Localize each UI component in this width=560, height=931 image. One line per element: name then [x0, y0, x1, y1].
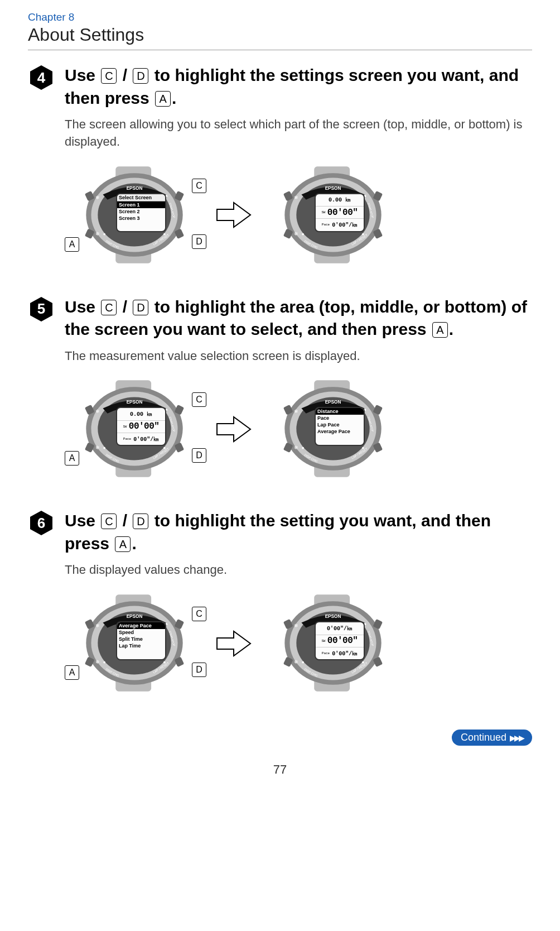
screen-list-item: Lap Pace	[316, 421, 364, 428]
keycap-key: A	[115, 536, 131, 552]
screen-row-mid: SW00'00"	[316, 207, 364, 219]
arrow-right-icon	[214, 414, 253, 444]
screen-row-bot: Pace0'00"/㎞	[117, 433, 165, 445]
step-title: Use C / D to highlight the setting you w…	[65, 510, 532, 555]
step-description: The screen allowing you to select which …	[65, 116, 532, 151]
screen-row-top: 0.00 ㎞	[117, 408, 165, 420]
button-label-A: A	[65, 665, 79, 680]
section-title: About Settings	[28, 25, 532, 45]
watch-screen: Average PaceSpeedSplit TimeLap Time	[116, 621, 166, 660]
screen-list-item: Screen 3	[117, 215, 165, 222]
instruction-step: 5Use C / D to highlight the area (top, m…	[28, 296, 532, 482]
watch-illustration: Select ScreenScreen 1Screen 2Screen 3ACD	[65, 162, 204, 268]
continued-row: Continued ▶▶▶	[28, 730, 532, 746]
step-number-badge: 5	[28, 296, 55, 323]
chevron-right-icon: ▶▶▶	[510, 733, 523, 742]
button-label-D: D	[192, 234, 206, 249]
arrow-right-icon	[214, 199, 253, 230]
button-label-A: A	[65, 451, 79, 466]
step-number-badge: 6	[28, 510, 55, 536]
button-label-C: C	[192, 392, 206, 407]
screen-row-top: 0.00 ㎞	[316, 194, 364, 207]
step-title: Use C / D to highlight the settings scre…	[65, 64, 532, 109]
screen-list-item: Split Time	[117, 636, 165, 642]
step-description: The measurement value selection screen i…	[65, 348, 532, 365]
screen-list-item: Distance	[316, 408, 364, 415]
screen-row-top: 0'00"/㎞	[316, 622, 364, 635]
figure-row: 0.00 ㎞SW00'00"Pace0'00"/㎞ACDDistancePace…	[65, 376, 532, 482]
keycap-key: C	[101, 68, 117, 84]
watch-screen: DistancePaceLap PaceAverage Pace	[315, 407, 365, 446]
screen-list-item: Average Pace	[316, 428, 364, 435]
watch-screen: 0.00 ㎞SW00'00"Pace0'00"/㎞	[315, 193, 365, 232]
keycap-key: A	[432, 322, 448, 338]
page-header: Chapter 8 About Settings	[28, 11, 532, 50]
watch-illustration: 0'00"/㎞SW00'00"Pace0'00"/㎞	[263, 590, 403, 696]
screen-list-item: Screen 2	[117, 208, 165, 215]
figure-row: Select ScreenScreen 1Screen 2Screen 3ACD…	[65, 162, 532, 268]
watch-screen: 0'00"/㎞SW00'00"Pace0'00"/㎞	[315, 621, 365, 660]
continued-label: Continued	[461, 732, 506, 743]
keycap-key: D	[133, 300, 148, 315]
screen-list-item: Pace	[316, 415, 364, 421]
button-label-D: D	[192, 663, 206, 677]
button-label-D: D	[192, 448, 206, 463]
watch-screen: 0.00 ㎞SW00'00"Pace0'00"/㎞	[116, 407, 166, 446]
screen-list-item: Lap Time	[117, 642, 165, 649]
watch-illustration: 0.00 ㎞SW00'00"Pace0'00"/㎞ACD	[65, 376, 204, 482]
watch-screen: Select ScreenScreen 1Screen 2Screen 3	[116, 193, 166, 232]
screen-list-item: Screen 1	[117, 201, 165, 208]
instruction-step: 4Use C / D to highlight the settings scr…	[28, 64, 532, 268]
watch-illustration: DistancePaceLap PaceAverage Pace	[263, 376, 403, 482]
keycap-key: C	[101, 300, 117, 315]
button-label-A: A	[65, 237, 79, 252]
keycap-key: D	[133, 68, 148, 84]
watch-illustration: Average PaceSpeedSplit TimeLap TimeACD	[65, 590, 204, 696]
watch-illustration: 0.00 ㎞SW00'00"Pace0'00"/㎞	[263, 162, 403, 268]
step-description: The displayed values change.	[65, 562, 532, 579]
page-number: 77	[28, 762, 532, 777]
button-label-C: C	[192, 179, 206, 193]
step-number-badge: 4	[28, 64, 55, 91]
button-label-C: C	[192, 607, 206, 621]
keycap-key: D	[133, 514, 148, 529]
instruction-step: 6Use C / D to highlight the setting you …	[28, 510, 532, 696]
screen-row-bot: Pace0'00"/㎞	[316, 647, 364, 659]
screen-list-item: Speed	[117, 629, 165, 636]
keycap-key: C	[101, 514, 117, 529]
arrow-right-icon	[214, 628, 253, 659]
screen-list-item: Average Pace	[117, 622, 165, 629]
screen-row-mid: SW00'00"	[117, 421, 165, 433]
screen-row-mid: SW00'00"	[316, 635, 364, 647]
screen-list-header: Select Screen	[117, 194, 165, 201]
step-title: Use C / D to highlight the area (top, mi…	[65, 296, 532, 341]
keycap-key: A	[155, 91, 171, 107]
chapter-label: Chapter 8	[28, 11, 532, 23]
figure-row: Average PaceSpeedSplit TimeLap TimeACD0'…	[65, 590, 532, 696]
screen-row-bot: Pace0'00"/㎞	[316, 219, 364, 231]
continued-badge: Continued ▶▶▶	[452, 730, 532, 746]
